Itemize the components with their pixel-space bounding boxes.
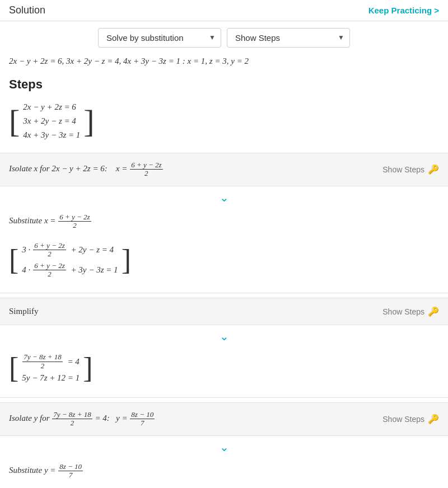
divider-2	[0, 397, 448, 398]
step2-simplify-label: Simplify	[9, 307, 39, 316]
key-icon: 🔑	[428, 164, 439, 175]
steps-heading: Steps	[0, 73, 448, 98]
step2-show-steps[interactable]: Show Steps 🔑	[382, 306, 439, 317]
step1-sub-frac-den: 2	[72, 222, 78, 229]
step1-show-steps-label: Show Steps	[382, 165, 424, 174]
equation-line: 2x − y + 2z = 6, 3x + 2y − z = 4, 4x + 3…	[0, 54, 448, 73]
step2-matrix-row-0: 7y − 8z + 18 2 = 4	[22, 353, 80, 370]
step2-card-label: Simplify	[9, 307, 39, 316]
key-icon-3: 🔑	[428, 414, 439, 424]
step1-matrix-bracket-right: ]	[122, 240, 131, 280]
show-steps-select[interactable]: Show Steps Hide Steps	[227, 28, 350, 48]
step1-show-steps[interactable]: Show Steps 🔑	[382, 164, 439, 175]
chevron-down-icon-3: ⌄	[220, 440, 229, 454]
step1-row1-frac: 6 + y − 2z 2	[33, 262, 66, 279]
matrix-row: 2x − y + 2z = 6	[23, 101, 80, 114]
step1-matrix-bracket-left: [	[9, 240, 18, 280]
step1-substitute-text: Substitute x = 6 + y − 2z 2	[0, 209, 448, 237]
step3-show-steps[interactable]: Show Steps 🔑	[382, 414, 439, 424]
keep-practicing-link[interactable]: Keep Practicing >	[368, 6, 439, 15]
step1-chevron[interactable]: ⌄	[0, 186, 448, 209]
header: Solution Keep Practicing >	[0, 0, 448, 21]
step2-row0-frac: 7y − 8z + 18 2	[22, 353, 62, 370]
chevron-down-icon-2: ⌄	[220, 330, 229, 343]
matrix-row: 4x + 3y − 3z = 1	[23, 129, 80, 142]
step1-card: Isolate x for 2x − y + 2z = 6: x = 6 + y…	[0, 153, 448, 186]
step1-matrix-row-1: 4 · 6 + y − 2z 2 + 3y − 3z = 1	[22, 262, 118, 279]
matrix-bracket-right: ]	[83, 105, 94, 138]
step1-row0-frac: 6 + y − 2z 2	[33, 242, 66, 259]
step3-sub-frac: 8z − 10 7	[58, 463, 83, 480]
step1-matrix: [ 3 · 6 + y − 2z 2 + 2y − z = 4 4 · 6 + …	[9, 240, 131, 280]
page-title: Solution	[9, 4, 45, 16]
step1-card-label: Isolate x for 2x − y + 2z = 6: x = 6 + y…	[9, 161, 164, 178]
divider-1	[0, 293, 448, 293]
method-select-wrapper: Solve by substitution Solve by eliminati…	[98, 28, 221, 48]
step3-card-label: Isolate y for 7y − 8z + 18 2 = 4: y = 8z…	[9, 411, 155, 428]
step3-card-frac: 7y − 8z + 18 2	[52, 411, 92, 428]
step1-isolate-mid: for 2x − y + 2z = 6:	[40, 164, 114, 173]
matrix-row: 3x + 2y − z = 4	[23, 115, 80, 128]
step2-matrix-row-1: 5y − 7z + 12 = 1	[22, 373, 80, 383]
step1-isolate-frac: 6 + y − 2z 2	[130, 161, 162, 178]
matrix-content: 2x − y + 2z = 6 3x + 2y − z = 4 4x + 3y …	[20, 98, 83, 144]
step2-matrix-content: 7y − 8z + 18 2 = 4 5y − 7z + 12 = 1	[18, 351, 83, 385]
method-select[interactable]: Solve by substitution Solve by eliminati…	[98, 28, 221, 48]
step2-matrix-bracket-right: ]	[83, 351, 92, 385]
step1-isolate-prefix: Isolate	[9, 164, 34, 173]
step1-frac-num: 6 + y − 2z	[130, 161, 162, 170]
step1-isolate-var: x	[34, 164, 38, 173]
step1-sub-frac-num: 6 + y − 2z	[58, 213, 91, 222]
step2-matrix: [ 7y − 8z + 18 2 = 4 5y − 7z + 12 = 1 ]	[9, 351, 93, 385]
chevron-down-icon: ⌄	[220, 191, 229, 204]
matrix-bracket-left: [	[9, 105, 20, 138]
step3-substitute-text: Substitute y = 8z − 10 7	[0, 458, 448, 486]
step2-chevron[interactable]: ⌄	[0, 325, 448, 348]
initial-matrix: [ 2x − y + 2z = 6 3x + 2y − z = 4 4x + 3…	[9, 98, 95, 144]
step2-card: Simplify Show Steps 🔑	[0, 298, 448, 325]
step1-frac-den: 2	[143, 170, 150, 177]
step3-chevron[interactable]: ⌄	[0, 436, 448, 458]
step2-show-steps-label: Show Steps	[382, 307, 424, 316]
step2-row1-text: 5y − 7z + 12 = 1	[22, 373, 80, 383]
toolbar: Solve by substitution Solve by eliminati…	[0, 21, 448, 54]
step2-matrix-bracket-left: [	[9, 351, 18, 385]
key-icon-2: 🔑	[428, 306, 439, 317]
step1-sub-frac: 6 + y − 2z 2	[58, 213, 91, 230]
step1-isolate-result: x =	[116, 164, 129, 173]
step1-matrix-content: 3 · 6 + y − 2z 2 + 2y − z = 4 4 · 6 + y …	[18, 240, 121, 280]
step3-card-result-frac: 8z − 10 7	[130, 411, 155, 428]
step1-matrix-row-0: 3 · 6 + y − 2z 2 + 2y − z = 4	[22, 242, 118, 259]
step3-show-steps-label: Show Steps	[382, 415, 424, 424]
step3-card: Isolate y for 7y − 8z + 18 2 = 4: y = 8z…	[0, 402, 448, 436]
show-steps-select-wrapper: Show Steps Hide Steps ▼	[227, 28, 350, 48]
